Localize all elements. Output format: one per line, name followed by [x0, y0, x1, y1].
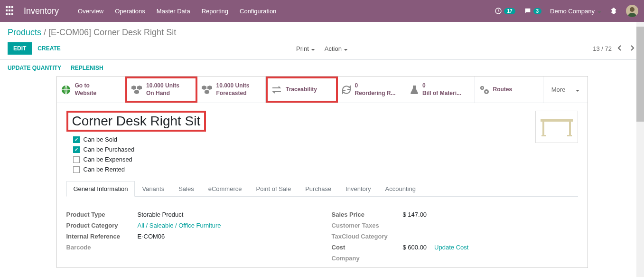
edit-button[interactable]: EDIT: [8, 42, 32, 55]
pager-next[interactable]: [628, 45, 636, 52]
product-title: Corner Desk Right Sit: [72, 114, 201, 129]
tab-inventory[interactable]: Inventory: [338, 181, 378, 196]
print-dropdown[interactable]: Print: [296, 45, 315, 52]
tab-general-information[interactable]: General Information: [66, 181, 135, 197]
stat-bom[interactable]: 0Bill of Materi...: [406, 76, 475, 103]
avatar[interactable]: [626, 5, 638, 17]
label-sales-price: Sales Price: [332, 211, 403, 218]
chevron-down-icon: [310, 45, 315, 52]
globe-icon: [61, 85, 71, 95]
tab-purchase[interactable]: Purchase: [298, 181, 338, 196]
refresh-icon: [342, 85, 351, 95]
scrollbar[interactable]: [636, 22, 644, 277]
create-button[interactable]: CREATE: [37, 45, 60, 52]
nav-operations[interactable]: Operations: [115, 8, 145, 15]
label-cost: Cost: [332, 244, 403, 251]
svg-point-6: [485, 91, 487, 93]
chevron-down-icon: [343, 45, 348, 52]
stat-forecasted[interactable]: 10.000 UnitsForecasted: [197, 76, 266, 103]
flask-icon: [410, 85, 419, 95]
value-sales-price: $ 147.00: [403, 211, 427, 218]
app-name[interactable]: Inventory: [24, 6, 59, 16]
label-customer-taxes: Customer Taxes: [332, 222, 403, 229]
tab-variants[interactable]: Variants: [135, 181, 171, 196]
pager-position: 13 / 72: [593, 45, 612, 52]
breadcrumb-products[interactable]: Products: [8, 28, 41, 37]
checkbox-can-be-sold[interactable]: [73, 136, 80, 143]
exchange-icon: [271, 86, 282, 94]
activities-button[interactable]: 17: [495, 7, 515, 15]
update-cost-button[interactable]: Update Cost: [434, 244, 468, 251]
nav-master-data[interactable]: Master Data: [157, 8, 190, 15]
nav-reporting[interactable]: Reporting: [202, 8, 228, 15]
svg-rect-11: [567, 135, 572, 136]
activities-badge: 17: [504, 8, 515, 14]
product-image[interactable]: [535, 111, 578, 143]
cubes-icon: [201, 85, 213, 95]
tab-accounting[interactable]: Accounting: [378, 181, 423, 196]
messages-badge: 3: [533, 8, 542, 14]
company-selector[interactable]: Demo Company: [550, 8, 601, 15]
top-nav: Overview Operations Master Data Reportin…: [78, 8, 276, 15]
breadcrumb-current: [E-COM06] Corner Desk Right Sit: [48, 28, 176, 37]
value-product-type: Storable Product: [138, 211, 184, 218]
stat-on-hand[interactable]: 10.000 UnitsOn Hand: [125, 76, 197, 103]
nav-overview[interactable]: Overview: [78, 8, 103, 15]
update-quantity-button[interactable]: UPDATE QUANTITY: [8, 65, 61, 71]
svg-point-5: [481, 87, 483, 88]
svg-rect-9: [569, 122, 571, 136]
tab-ecommerce[interactable]: eCommerce: [201, 181, 249, 196]
tab-sales[interactable]: Sales: [171, 181, 201, 196]
label-company: Company: [332, 255, 403, 262]
nav-configuration[interactable]: Configuration: [240, 8, 276, 15]
debug-icon[interactable]: [610, 7, 617, 15]
stat-routes[interactable]: Routes: [475, 76, 544, 103]
form-sheet: Go toWebsite 10.000 UnitsOn Hand 10.000 …: [56, 76, 588, 268]
chevron-down-icon: [597, 8, 601, 15]
svg-rect-7: [541, 119, 573, 122]
svg-rect-8: [542, 122, 544, 136]
cubes-icon: [131, 85, 142, 95]
clock-icon: [495, 7, 502, 15]
value-internal-reference: E-COM06: [138, 233, 165, 240]
stat-more[interactable]: More: [543, 76, 588, 103]
chevron-down-icon: [575, 86, 579, 93]
apps-icon[interactable]: [6, 6, 15, 16]
chevron-left-icon: [617, 45, 622, 51]
svg-rect-10: [541, 135, 546, 136]
label-barcode: Barcode: [66, 244, 138, 251]
label-internal-reference: Internal Reference: [66, 233, 138, 240]
label-taxcloud: TaxCloud Category: [332, 233, 403, 240]
company-name: Demo Company: [550, 8, 595, 15]
pager-prev[interactable]: [616, 45, 624, 52]
checkbox-can-be-rented[interactable]: [73, 166, 80, 173]
replenish-button[interactable]: REPLENISH: [71, 65, 103, 71]
messages-button[interactable]: 3: [524, 7, 542, 15]
product-title-box: Corner Desk Right Sit: [66, 111, 206, 132]
action-dropdown[interactable]: Action: [325, 45, 348, 52]
checkbox-can-be-purchased[interactable]: [73, 146, 80, 153]
svg-point-1: [630, 7, 635, 12]
chat-icon: [524, 7, 532, 15]
stat-traceability[interactable]: Traceability: [266, 76, 338, 103]
value-cost: $ 600.00: [403, 244, 427, 251]
label-product-category: Product Category: [66, 222, 138, 229]
scrollbar-thumb[interactable]: [636, 27, 644, 122]
stat-go-to-website[interactable]: Go toWebsite: [57, 76, 126, 103]
stat-reordering[interactable]: 0Reordering R...: [338, 76, 407, 103]
label-product-type: Product Type: [66, 211, 138, 218]
link-product-category[interactable]: All / Saleable / Office Furniture: [138, 222, 221, 229]
checkbox-can-be-expensed[interactable]: [73, 156, 80, 163]
tab-point-of-sale[interactable]: Point of Sale: [249, 181, 298, 196]
chevron-right-icon: [630, 45, 635, 51]
cogs-icon: [479, 85, 489, 95]
breadcrumb: Products / [E-COM06] Corner Desk Right S…: [8, 28, 636, 38]
